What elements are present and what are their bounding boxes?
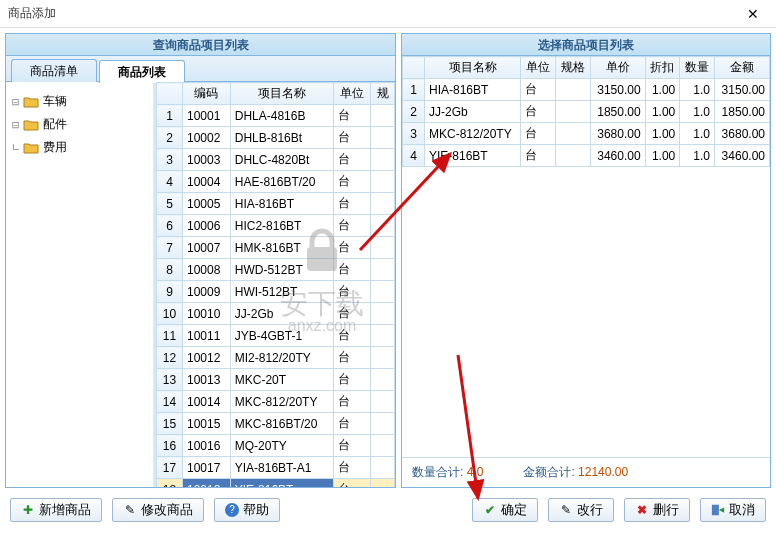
- pencil-icon: ✎: [123, 503, 137, 517]
- svg-rect-0: [712, 505, 719, 516]
- column-header[interactable]: 折扣: [645, 57, 680, 79]
- table-row[interactable]: 510005HIA-816BT台: [157, 193, 395, 215]
- column-header[interactable]: 单位: [334, 83, 371, 105]
- right-panel-title: 选择商品项目列表: [402, 34, 770, 56]
- amt-total: 金额合计: 12140.00: [523, 464, 628, 481]
- tree-item[interactable]: ∟费用: [10, 136, 149, 159]
- cancel-button[interactable]: 取消: [700, 498, 766, 522]
- totals-bar: 数量合计: 4.0 金额合计: 12140.00: [402, 457, 770, 487]
- qty-total: 数量合计: 4.0: [412, 464, 483, 481]
- table-row[interactable]: 2JJ-2Gb台1850.001.001.01850.00: [403, 101, 770, 123]
- table-row[interactable]: 410004HAE-816BT/20台: [157, 171, 395, 193]
- pencil-icon: ✎: [559, 503, 573, 517]
- column-header[interactable]: 规: [371, 83, 395, 105]
- column-header[interactable]: 规格: [555, 57, 590, 79]
- help-icon: ?: [225, 503, 239, 517]
- column-header[interactable]: 项目名称: [425, 57, 521, 79]
- column-header[interactable]: 编码: [183, 83, 231, 105]
- column-header[interactable]: 单价: [590, 57, 645, 79]
- table-row[interactable]: 1210012MI2-812/20TY台: [157, 347, 395, 369]
- tree-label: 配件: [43, 116, 67, 133]
- right-panel: 选择商品项目列表 项目名称单位规格单价折扣数量金额 1HIA-816BT台315…: [401, 33, 771, 488]
- table-row[interactable]: 1510015MKC-816BT/20台: [157, 413, 395, 435]
- table-row[interactable]: 710007HMK-816BT台: [157, 237, 395, 259]
- edit-product-button[interactable]: ✎修改商品: [112, 498, 204, 522]
- table-row[interactable]: 4YIE-816BT台3460.001.001.03460.00: [403, 145, 770, 167]
- selected-grid: 项目名称单位规格单价折扣数量金额 1HIA-816BT台3150.001.001…: [402, 56, 770, 167]
- selected-grid-wrap[interactable]: 项目名称单位规格单价折扣数量金额 1HIA-816BT台3150.001.001…: [402, 56, 770, 457]
- table-row[interactable]: 1110011JYB-4GBT-1台: [157, 325, 395, 347]
- table-row[interactable]: 910009HWI-512BT台: [157, 281, 395, 303]
- column-header[interactable]: 金额: [714, 57, 769, 79]
- button-bar: ✚新增商品 ✎修改商品 ?帮助 ✔确定 ✎改行 ✖删行 取消: [0, 493, 776, 527]
- title-bar: 商品添加 ✕: [0, 0, 776, 28]
- table-row[interactable]: 1310013MKC-20T台: [157, 369, 395, 391]
- category-tree: ⊟车辆⊟配件∟费用: [6, 82, 156, 487]
- table-row[interactable]: 310003DHLC-4820Bt台: [157, 149, 395, 171]
- product-grid-wrap[interactable]: 编码项目名称单位规 110001DHLA-4816B台210002DHLB-81…: [156, 82, 395, 487]
- add-product-button[interactable]: ✚新增商品: [10, 498, 102, 522]
- tree-label: 费用: [43, 139, 67, 156]
- x-icon: ✖: [635, 503, 649, 517]
- product-grid: 编码项目名称单位规 110001DHLA-4816B台210002DHLB-81…: [156, 82, 395, 487]
- modify-row-button[interactable]: ✎改行: [548, 498, 614, 522]
- table-row[interactable]: 210002DHLB-816Bt台: [157, 127, 395, 149]
- tree-label: 车辆: [43, 93, 67, 110]
- left-panel: 查询商品项目列表 商品清单 商品列表 ⊟车辆⊟配件∟费用 编码项目名称单位规 1…: [5, 33, 396, 488]
- tabs: 商品清单 商品列表: [6, 56, 395, 82]
- column-header[interactable]: 数量: [680, 57, 715, 79]
- column-header[interactable]: 单位: [521, 57, 556, 79]
- folder-icon: [23, 96, 39, 108]
- check-icon: ✔: [483, 503, 497, 517]
- tab-product-checklist[interactable]: 商品清单: [11, 59, 97, 82]
- tree-item[interactable]: ⊟配件: [10, 113, 149, 136]
- window-title: 商品添加: [8, 5, 738, 22]
- table-row[interactable]: 610006HIC2-816BT台: [157, 215, 395, 237]
- table-row[interactable]: 1710017YIA-816BT-A1台: [157, 457, 395, 479]
- table-row[interactable]: 1610016MQ-20TY台: [157, 435, 395, 457]
- table-row[interactable]: 3MKC-812/20TY台3680.001.001.03680.00: [403, 123, 770, 145]
- table-row[interactable]: 810008HWD-512BT台: [157, 259, 395, 281]
- table-row[interactable]: 1010010JJ-2Gb台: [157, 303, 395, 325]
- close-button[interactable]: ✕: [738, 2, 768, 26]
- table-row[interactable]: 1810018YIE-816BT台: [157, 479, 395, 488]
- column-header[interactable]: 项目名称: [230, 83, 333, 105]
- delete-row-button[interactable]: ✖删行: [624, 498, 690, 522]
- tab-product-list[interactable]: 商品列表: [99, 60, 185, 83]
- left-panel-title: 查询商品项目列表: [6, 34, 395, 56]
- exit-icon: [711, 503, 725, 517]
- table-row[interactable]: 110001DHLA-4816B台: [157, 105, 395, 127]
- table-row[interactable]: 1HIA-816BT台3150.001.001.03150.00: [403, 79, 770, 101]
- tree-item[interactable]: ⊟车辆: [10, 90, 149, 113]
- ok-button[interactable]: ✔确定: [472, 498, 538, 522]
- folder-icon: [23, 119, 39, 131]
- table-row[interactable]: 1410014MKC-812/20TY台: [157, 391, 395, 413]
- folder-icon: [23, 142, 39, 154]
- plus-icon: ✚: [21, 503, 35, 517]
- help-button[interactable]: ?帮助: [214, 498, 280, 522]
